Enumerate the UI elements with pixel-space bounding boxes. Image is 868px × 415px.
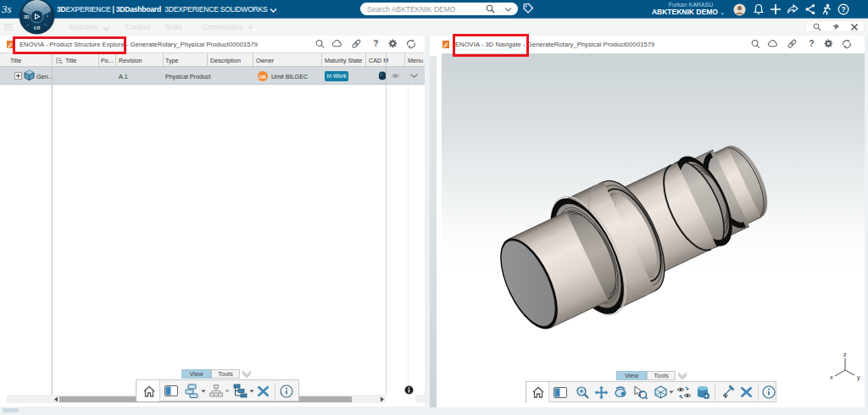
svg-text:x: x: [830, 374, 833, 381]
svg-text:3s: 3s: [2, 3, 12, 15]
svg-text:⋮⋮: ⋮⋮: [34, 2, 42, 7]
svg-text:?: ?: [842, 5, 846, 14]
svg-text:z: z: [843, 351, 847, 358]
svg-text:V.R: V.R: [34, 25, 41, 30]
svg-text:?: ?: [809, 39, 814, 48]
svg-text:?: ?: [373, 39, 378, 48]
svg-text:3D: 3D: [24, 14, 30, 19]
svg-text:y: y: [857, 374, 860, 381]
svg-text:UB: UB: [259, 74, 266, 79]
